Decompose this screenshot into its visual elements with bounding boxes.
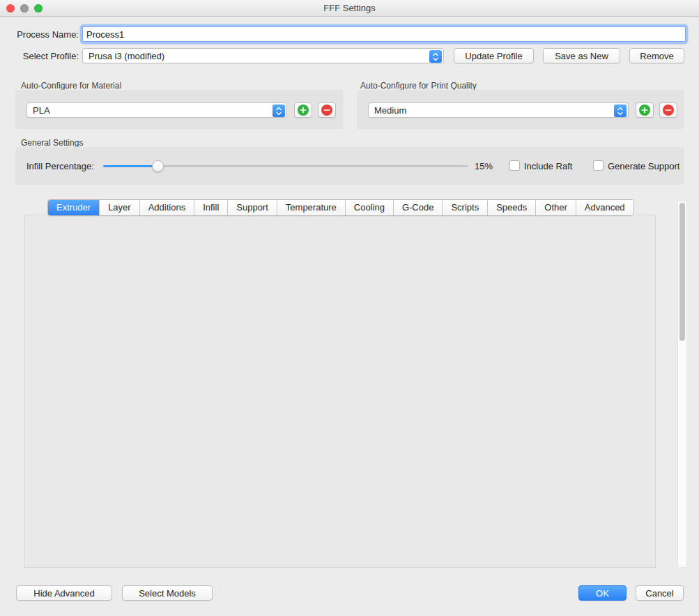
tab-other[interactable]: Other [536, 200, 576, 215]
slider-fill [103, 165, 158, 167]
infill-percentage-label: Infill Percentage: [26, 161, 94, 171]
popup-arrows-icon [272, 105, 285, 117]
window-titlebar: FFF Settings [0, 0, 699, 17]
tab-speeds[interactable]: Speeds [488, 200, 536, 215]
cancel-button[interactable]: Cancel [636, 585, 684, 601]
material-select[interactable]: PLA [26, 102, 287, 118]
tab-content-panel [24, 215, 656, 568]
add-material-button[interactable] [294, 102, 312, 118]
plus-icon [298, 105, 309, 116]
generate-support-label: Generate Support [608, 161, 679, 171]
general-settings-label: General Settings [21, 138, 83, 148]
save-as-new-button[interactable]: Save as New [543, 48, 620, 63]
infill-percentage-value: 15% [475, 161, 493, 171]
minus-icon [321, 105, 332, 116]
material-section-label: Auto-Configure for Material [21, 81, 121, 91]
profile-select[interactable]: Prusa i3 (modified) [82, 48, 444, 63]
quality-select-value: Medium [374, 105, 406, 116]
tab-bar: Extruder Layer Additions Infill Support … [47, 199, 634, 216]
select-profile-label: Select Profile: [8, 51, 79, 61]
tab-extruder[interactable]: Extruder [48, 200, 100, 215]
window-title: FFF Settings [0, 0, 699, 16]
hide-advanced-button[interactable]: Hide Advanced [16, 585, 112, 601]
slider-thumb[interactable] [152, 160, 164, 172]
close-button[interactable] [6, 4, 15, 13]
profile-select-value: Prusa i3 (modified) [89, 51, 164, 61]
add-quality-button[interactable] [636, 102, 654, 118]
ok-button[interactable]: OK [578, 585, 627, 601]
popup-arrows-icon [429, 50, 442, 63]
zoom-button[interactable] [34, 4, 43, 13]
tab-infill[interactable]: Infill [194, 200, 228, 215]
popup-arrows-icon [614, 105, 627, 117]
material-select-value: PLA [33, 105, 50, 116]
tab-scripts[interactable]: Scripts [443, 200, 488, 215]
process-name-label: Process Name: [8, 29, 79, 40]
infill-slider[interactable] [103, 160, 468, 172]
scrollbar-thumb[interactable] [679, 203, 685, 341]
tab-layer[interactable]: Layer [100, 200, 140, 215]
tab-advanced[interactable]: Advanced [576, 200, 633, 215]
tab-additions[interactable]: Additions [140, 200, 194, 215]
plus-icon [639, 105, 650, 116]
minimize-button[interactable] [20, 4, 29, 13]
tab-gcode[interactable]: G-Code [394, 200, 443, 215]
quality-section-label: Auto-Configure for Print Quality [360, 81, 477, 91]
tab-temperature[interactable]: Temperature [277, 200, 346, 215]
select-models-button[interactable]: Select Models [122, 585, 213, 601]
vertical-scrollbar[interactable] [677, 201, 687, 568]
quality-select[interactable]: Medium [368, 102, 629, 118]
remove-material-button[interactable] [318, 102, 336, 118]
tab-support[interactable]: Support [228, 200, 277, 215]
update-profile-button[interactable]: Update Profile [454, 48, 534, 63]
remove-quality-button[interactable] [659, 102, 677, 118]
tab-cooling[interactable]: Cooling [346, 200, 394, 215]
include-raft-checkbox[interactable] [509, 160, 520, 171]
process-name-input[interactable] [82, 26, 686, 42]
generate-support-checkbox[interactable] [593, 160, 604, 171]
minus-icon [663, 105, 674, 116]
remove-profile-button[interactable]: Remove [629, 48, 684, 63]
include-raft-label: Include Raft [524, 161, 572, 171]
